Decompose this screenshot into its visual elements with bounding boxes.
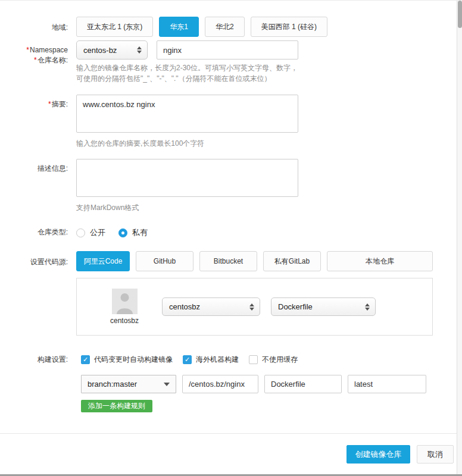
checkbox-overseas-build-label[interactable]: 海外机器构建 [196, 355, 239, 365]
code-source-panel: centosbz centosbz Dockerfile [76, 278, 433, 336]
select-stepper-icon [137, 46, 142, 54]
namespace-select[interactable]: centos-bz [76, 40, 148, 60]
footer-divider [0, 433, 457, 434]
repo-type-options: 公开 私有 [76, 226, 161, 238]
source-repo-select-value: Dockerfile [278, 302, 313, 311]
repo-name-help: 输入您的镜像仓库名称，长度为2-30位。可填写小写英文字母、数字，可使用的分隔符… [76, 62, 304, 84]
description-textarea[interactable] [76, 159, 298, 197]
chevron-down-icon [164, 383, 170, 386]
build-settings-controls: ✓ 代码变更时自动构建镜像 ✓ 海外机器构建 不使用缓存 branch:mast… [76, 354, 426, 412]
source-repo-select[interactable]: Dockerfile [271, 298, 376, 316]
select-stepper-icon [249, 303, 254, 311]
region-option-huadong1[interactable]: 华东1 [159, 17, 199, 37]
radio-public[interactable] [76, 228, 85, 237]
repo-name-input[interactable] [157, 40, 298, 60]
tab-aliyun-code[interactable]: 阿里云Code [76, 251, 130, 271]
avatar [112, 289, 138, 314]
build-settings-label: 构建设置: [0, 354, 76, 412]
tag-input[interactable] [348, 375, 426, 393]
namespace-select-value: centos-bz [83, 46, 117, 55]
person-icon [120, 293, 129, 302]
build-context-input[interactable] [182, 375, 258, 393]
required-mark: * [48, 100, 51, 108]
tab-github[interactable]: GitHub [136, 251, 193, 271]
description-controls: 支持MarkDown格式 [76, 159, 304, 213]
description-row: 描述信息: 支持MarkDown格式 [0, 159, 462, 213]
branch-select-value: branch:master [88, 380, 137, 389]
account-block: centosbz [107, 289, 142, 325]
summary-row: *摘要: www.centos.bz nginx 输入您的仓库的摘要,长度最长1… [0, 95, 462, 149]
summary-label: *摘要: [0, 95, 76, 149]
add-build-rule-button[interactable]: 添加一条构建规则 [81, 400, 152, 412]
checkbox-auto-build[interactable]: ✓ [81, 355, 90, 364]
required-mark: * [34, 56, 37, 64]
region-option-huabei2[interactable]: 华北2 [205, 17, 245, 37]
checkbox-no-cache[interactable] [249, 355, 258, 364]
scrollbar-track[interactable] [457, 1, 462, 476]
branch-select[interactable]: branch:master [81, 375, 176, 393]
checkbox-no-cache-label[interactable]: 不使用缓存 [262, 355, 298, 365]
build-checkboxes: ✓ 代码变更时自动构建镜像 ✓ 海外机器构建 不使用缓存 [81, 354, 426, 365]
summary-controls: www.centos.bz nginx 输入您的仓库的摘要,长度最长100个字符 [76, 95, 304, 149]
source-org-select[interactable]: centosbz [162, 298, 260, 316]
code-source-row: 设置代码源: 阿里云Code GitHub Bitbucket 私有GitLab… [0, 251, 462, 336]
repo-type-label: 仓库类型: [0, 226, 76, 238]
checkbox-auto-build-label[interactable]: 代码变更时自动构建镜像 [94, 355, 173, 365]
namespace-row: *Namespace *仓库名称: centos-bz 输入您的镜像仓库名称，长… [0, 40, 462, 84]
description-label: 描述信息: [0, 159, 76, 213]
radio-public-label[interactable]: 公开 [90, 227, 105, 238]
create-repository-form: 地域: 亚太东北 1 (东京) 华东1 华北2 美国西部 1 (硅谷) *Nam… [0, 0, 462, 476]
check-icon: ✓ [83, 356, 88, 363]
repo-type-row: 仓库类型: 公开 私有 [0, 226, 462, 238]
build-settings-row: 构建设置: ✓ 代码变更时自动构建镜像 ✓ 海外机器构建 不使用缓存 branc… [0, 354, 462, 412]
namespace-repo-label: *Namespace *仓库名称: [0, 40, 76, 84]
radio-private-label[interactable]: 私有 [132, 227, 148, 238]
tab-private-gitlab[interactable]: 私有GitLab [263, 251, 321, 271]
code-source-tabs: 阿里云Code GitHub Bitbucket 私有GitLab 本地仓库 [76, 251, 433, 271]
summary-help: 输入您的仓库的摘要,长度最长100个字符 [76, 138, 304, 149]
description-help: 支持MarkDown格式 [76, 202, 304, 213]
region-option-us-west[interactable]: 美国西部 1 (硅谷) [251, 17, 327, 37]
tab-bitbucket[interactable]: Bitbucket [199, 251, 257, 271]
summary-textarea[interactable]: www.centos.bz nginx [76, 95, 298, 133]
region-row: 地域: 亚太东北 1 (东京) 华东1 华北2 美国西部 1 (硅谷) [0, 17, 462, 37]
code-source-label: 设置代码源: [0, 251, 76, 336]
scrollbar-thumb[interactable] [458, 1, 462, 28]
required-mark: * [26, 46, 29, 54]
account-name: centosbz [107, 317, 142, 325]
region-option-tokyo[interactable]: 亚太东北 1 (东京) [76, 17, 153, 37]
footer-actions: 创建镜像仓库 取消 [346, 445, 454, 464]
tab-local-repo[interactable]: 本地仓库 [327, 251, 433, 271]
cancel-button[interactable]: 取消 [417, 445, 454, 464]
checkbox-overseas-build[interactable]: ✓ [183, 355, 192, 364]
namespace-controls: centos-bz 输入您的镜像仓库名称，长度为2-30位。可填写小写英文字母、… [76, 40, 304, 84]
dockerfile-input[interactable] [264, 375, 342, 393]
radio-private[interactable] [118, 228, 127, 237]
code-source-controls: 阿里云Code GitHub Bitbucket 私有GitLab 本地仓库 c… [76, 251, 433, 336]
select-stepper-icon [365, 303, 370, 311]
region-label: 地域: [0, 17, 76, 37]
region-options: 亚太东北 1 (东京) 华东1 华北2 美国西部 1 (硅谷) [76, 17, 333, 37]
source-org-select-value: centosbz [169, 302, 200, 311]
check-icon: ✓ [185, 356, 190, 363]
create-repository-button[interactable]: 创建镜像仓库 [346, 445, 410, 464]
build-rule-row: branch:master [81, 375, 426, 393]
